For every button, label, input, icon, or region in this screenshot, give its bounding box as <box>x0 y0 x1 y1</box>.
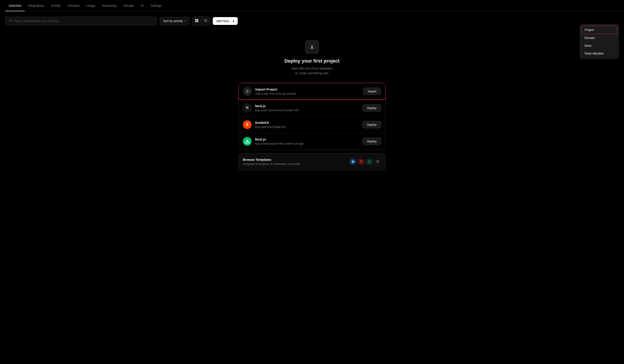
svg-rect-4 <box>195 21 197 22</box>
project-desc-nuxtjs: App bootstrapped with create-nuxt-app <box>255 142 359 145</box>
deploy-title: Deploy your first project <box>285 58 339 64</box>
dropdown-item-team-member[interactable]: Team Member <box>581 49 617 57</box>
nav-item-usage[interactable]: Usage <box>83 0 99 11</box>
browse-templates-title: Browse Templates <box>243 158 300 161</box>
svg-rect-6 <box>204 19 207 20</box>
svg-line-1 <box>11 21 12 22</box>
import-icon <box>243 87 252 96</box>
view-toggle <box>192 17 210 25</box>
dropdown-item-domain[interactable]: Domain <box>581 34 617 42</box>
chevron-down-icon: ▾ <box>233 19 234 23</box>
svg-rect-8 <box>204 22 207 22</box>
action-btn-nextjs[interactable]: Deploy <box>363 104 381 112</box>
add-new-label: Add New... <box>216 19 231 23</box>
grid-icon <box>195 19 199 23</box>
action-btn-import[interactable]: Import <box>363 88 381 95</box>
project-name-nuxtjs: Nuxt.js <box>255 137 359 141</box>
toolbar: Sort by activity ▾ <box>5 17 619 25</box>
nav-item-storage[interactable]: Storage <box>120 0 137 11</box>
project-info-nuxtjs: Nuxt.js App bootstrapped with create-nux… <box>255 137 359 145</box>
nav-item-monitoring[interactable]: Monitoring <box>99 0 120 11</box>
upload-icon-box <box>305 40 319 54</box>
grid-view-button[interactable] <box>192 17 201 25</box>
project-item-sveltekit: S SvelteKit App optimized Edge-first Dep… <box>238 116 386 133</box>
top-navigation: OverviewIntegrationsActivityDomainsUsage… <box>0 0 624 11</box>
nav-item-ai[interactable]: AI <box>137 0 147 11</box>
sort-by-button[interactable]: Sort by activity ▾ <box>159 17 190 25</box>
svg-point-11 <box>353 161 353 162</box>
project-list: Import Project Add a repo from your git … <box>238 83 386 150</box>
browse-templates-desc: Jumpstart AI projects, E-commerce, and m… <box>243 162 300 165</box>
project-info-nextjs: Next.js App and a Serverless Function AP… <box>255 104 359 112</box>
action-btn-sveltekit[interactable]: Deploy <box>363 121 381 128</box>
project-item-nextjs: N Next.js App and a Serverless Function … <box>238 100 386 116</box>
list-view-button[interactable] <box>201 17 210 25</box>
search-input[interactable] <box>14 19 153 23</box>
project-info-import: Import Project Add a repo from your git … <box>255 88 360 95</box>
search-box <box>5 17 157 25</box>
project-name-nextjs: Next.js <box>255 104 359 108</box>
upload-icon <box>309 44 315 50</box>
add-new-dropdown: ProjectDomainStoreTeam Member <box>580 24 619 59</box>
project-desc-sveltekit: App optimized Edge-first <box>255 125 359 129</box>
nav-item-overview[interactable]: Overview <box>5 0 25 11</box>
project-item-import: Import Project Add a repo from your git … <box>238 83 386 100</box>
nav-item-settings[interactable]: Settings <box>147 0 165 11</box>
nextjs-icon: N <box>243 104 252 112</box>
project-info-sveltekit: SvelteKit App optimized Edge-first <box>255 121 359 129</box>
add-new-button[interactable]: Add New... ▾ <box>213 17 238 25</box>
vue-template-icon: V <box>366 158 373 165</box>
project-name-import: Import Project <box>255 88 360 91</box>
external-link-icon[interactable] <box>374 158 381 165</box>
action-btn-nuxtjs[interactable]: Deploy <box>363 138 381 145</box>
project-name-sveltekit: SvelteKit <box>255 121 359 124</box>
center-content: Deploy your first project Start with one… <box>5 36 619 170</box>
deploy-subtitle: Start with one of our templates or creat… <box>291 66 333 76</box>
nuxtjs-icon <box>243 137 252 146</box>
svelte-template-icon: S <box>358 158 365 165</box>
sort-label: Sort by activity <box>163 19 183 23</box>
browse-template-icons: S V <box>349 158 381 165</box>
project-item-nuxtjs: Nuxt.js App bootstrapped with create-nux… <box>238 133 386 150</box>
main-content: Sort by activity ▾ <box>0 11 624 175</box>
nav-item-activity[interactable]: Activity <box>48 0 64 11</box>
dropdown-item-project[interactable]: Project <box>581 26 617 34</box>
browse-templates: Browse Templates Jumpstart AI projects, … <box>238 153 386 170</box>
svg-rect-5 <box>197 21 198 22</box>
nav-item-integrations[interactable]: Integrations <box>25 0 48 11</box>
svg-rect-3 <box>197 19 198 20</box>
search-icon <box>9 19 12 23</box>
dropdown-item-store[interactable]: Store <box>581 42 617 49</box>
list-icon <box>204 19 207 23</box>
sveltekit-icon: S <box>243 120 252 129</box>
react-icon <box>349 158 356 165</box>
browse-templates-info: Browse Templates Jumpstart AI projects, … <box>243 158 300 165</box>
svg-rect-7 <box>204 20 207 21</box>
project-desc-nextjs: App and a Serverless Function API <box>255 109 359 112</box>
nav-item-domains[interactable]: Domains <box>64 0 83 11</box>
project-desc-import: Add a repo from your git provider <box>255 92 360 95</box>
chevron-down-icon: ▾ <box>185 20 186 22</box>
svg-rect-2 <box>195 19 197 20</box>
